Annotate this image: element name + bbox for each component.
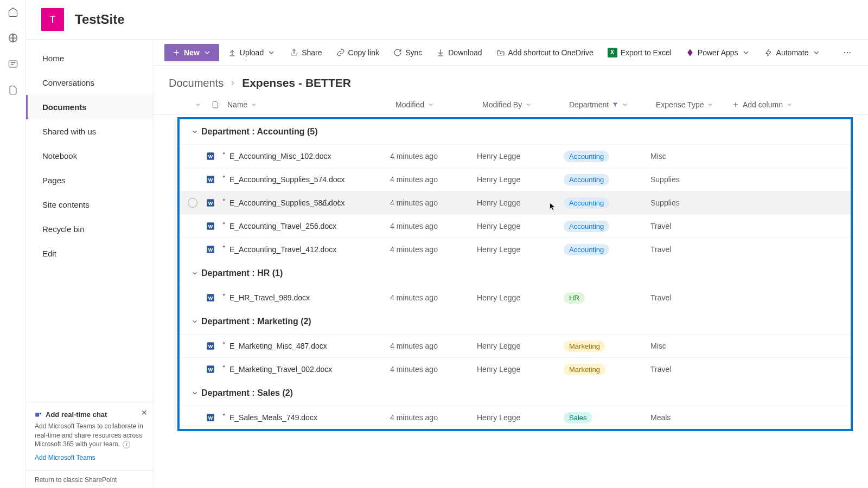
column-modified-by[interactable]: Modified By <box>482 100 569 109</box>
column-modified[interactable]: Modified <box>395 100 482 109</box>
svg-rect-1 <box>9 61 17 67</box>
column-expense-type[interactable]: Expense Type <box>656 100 732 109</box>
news-icon[interactable] <box>8 59 18 69</box>
group-header[interactable]: Department : HR (1) <box>180 261 851 286</box>
modified-by[interactable]: Henry Legge <box>477 152 564 160</box>
svg-text:W: W <box>208 247 213 253</box>
expense-type: Travel <box>650 245 726 254</box>
modified-by[interactable]: Henry Legge <box>477 175 564 184</box>
file-name[interactable]: E_Sales_Meals_749.docx <box>229 413 317 422</box>
nav-item-site-contents[interactable]: Site contents <box>26 192 153 217</box>
file-row[interactable]: W✦E_Marketing_Misc_487.docx4 minutes ago… <box>180 334 851 357</box>
new-button[interactable]: New <box>164 44 219 61</box>
site-logo[interactable]: T <box>41 8 64 31</box>
file-row[interactable]: W✦E_Marketing_Travel_002.docx4 minutes a… <box>180 357 851 381</box>
chevron-down-icon[interactable] <box>195 101 201 108</box>
copy-link-button[interactable]: Copy link <box>331 45 385 60</box>
add-column-button[interactable]: Add column <box>732 100 793 109</box>
department-tag: Marketing <box>564 364 605 375</box>
share-icon[interactable] <box>321 198 330 207</box>
select-checkbox[interactable] <box>188 198 197 208</box>
nav-item-pages[interactable]: Pages <box>26 168 153 192</box>
modified-by[interactable]: Henry Legge <box>477 222 564 230</box>
site-header: T TestSite <box>26 0 868 39</box>
modified-by[interactable]: Henry Legge <box>477 413 564 422</box>
new-indicator-icon: ✦ <box>222 151 226 156</box>
file-row[interactable]: W✦E_Accounting_Travel_412.docx4 minutes … <box>180 237 851 261</box>
share-button[interactable]: Share <box>284 45 327 60</box>
group-title: Department : Marketing (2) <box>201 317 311 326</box>
file-row[interactable]: W✦E_Accounting_Supplies_574.docx4 minute… <box>180 168 851 191</box>
nav-item-home[interactable]: Home <box>26 46 153 70</box>
export-button[interactable]: X Export to Excel <box>602 44 677 61</box>
group-header[interactable]: Department : Sales (2) <box>180 381 851 406</box>
more-icon <box>843 48 852 57</box>
column-name[interactable]: Name <box>227 100 395 109</box>
powerapps-button[interactable]: Power Apps <box>680 45 756 60</box>
nav-item-notebook[interactable]: Notebook <box>26 144 153 168</box>
globe-icon[interactable] <box>8 33 18 43</box>
nav-item-documents[interactable]: Documents <box>26 95 153 119</box>
nav-item-conversations[interactable]: Conversations <box>26 70 153 95</box>
files-icon[interactable] <box>8 85 18 95</box>
breadcrumb-parent[interactable]: Documents <box>169 77 224 89</box>
chevron-down-icon <box>188 128 201 136</box>
group-title: Department : Accounting (5) <box>201 127 318 137</box>
info-icon[interactable]: i <box>123 441 130 448</box>
group-header[interactable]: Department : Accounting (5) <box>180 119 851 144</box>
modified-by[interactable]: Henry Legge <box>477 198 564 207</box>
add-teams-link[interactable]: Add Microsoft Teams <box>35 453 144 463</box>
file-name[interactable]: E_Accounting_Travel_256.docx <box>229 222 336 230</box>
sync-button[interactable]: Sync <box>388 45 427 60</box>
file-name[interactable]: E_Marketing_Misc_487.docx <box>229 342 327 350</box>
nav-item-shared-with-us[interactable]: Shared with us <box>26 119 153 144</box>
breadcrumb-current: Expenses - BETTER <box>242 76 351 89</box>
file-name[interactable]: E_Accounting_Misc_102.docx <box>229 152 331 160</box>
group-header[interactable]: Department : Marketing (2) <box>180 309 851 334</box>
modified-by[interactable]: Henry Legge <box>477 365 564 374</box>
sync-icon <box>393 48 402 57</box>
shortcut-button[interactable]: Add shortcut to OneDrive <box>491 45 599 60</box>
link-icon <box>336 48 345 57</box>
modified-by[interactable]: Henry Legge <box>477 293 564 302</box>
home-icon[interactable] <box>8 7 18 17</box>
word-doc-icon: W <box>206 293 215 303</box>
file-row[interactable]: W✦E_Accounting_Supplies_586.docx4 minute… <box>180 191 851 214</box>
more-button[interactable] <box>838 45 857 60</box>
file-name[interactable]: E_HR_Travel_989.docx <box>229 293 310 302</box>
classic-link[interactable]: Return to classic SharePoint <box>26 470 153 488</box>
file-name[interactable]: E_Marketing_Travel_002.docx <box>229 365 332 374</box>
file-name[interactable]: E_Accounting_Supplies_574.docx <box>229 175 345 184</box>
department-tag: Accounting <box>564 151 609 162</box>
column-department[interactable]: Department <box>569 100 656 109</box>
department-tag: HR <box>564 292 585 304</box>
site-title[interactable]: TestSite <box>75 12 125 27</box>
file-row[interactable]: W✦E_Accounting_Travel_256.docx4 minutes … <box>180 214 851 237</box>
close-icon[interactable]: ✕ <box>141 408 148 419</box>
expense-type: Supplies <box>650 175 726 184</box>
file-row[interactable]: W✦E_HR_Travel_989.docx4 minutes agoHenry… <box>180 286 851 309</box>
file-icon[interactable] <box>211 100 220 109</box>
chevron-down-icon <box>742 48 750 57</box>
file-row[interactable]: W✦E_Accounting_Misc_102.docx4 minutes ag… <box>180 144 851 168</box>
expense-type: Travel <box>650 222 726 230</box>
modified-date: 4 minutes ago <box>390 365 477 374</box>
nav-item-recycle-bin[interactable]: Recycle bin <box>26 217 153 241</box>
download-button[interactable]: Download <box>431 45 487 60</box>
chevron-down-icon <box>812 48 821 57</box>
modified-date: 4 minutes ago <box>390 245 477 254</box>
modified-by[interactable]: Henry Legge <box>477 245 564 254</box>
teams-icon <box>35 411 42 419</box>
modified-date: 4 minutes ago <box>390 152 477 160</box>
upload-button[interactable]: Upload <box>222 45 281 60</box>
automate-button[interactable]: Automate <box>759 45 826 60</box>
chevron-right-icon <box>229 79 237 87</box>
modified-by[interactable]: Henry Legge <box>477 342 564 350</box>
new-indicator-icon: ✦ <box>222 244 226 249</box>
nav-item-edit[interactable]: Edit <box>26 241 153 266</box>
more-icon[interactable] <box>334 198 343 207</box>
share-icon <box>290 48 298 57</box>
file-name[interactable]: E_Accounting_Travel_412.docx <box>229 245 336 254</box>
file-row[interactable]: W✦E_Sales_Meals_749.docx4 minutes agoHen… <box>180 406 851 429</box>
expense-type: Travel <box>650 293 726 302</box>
